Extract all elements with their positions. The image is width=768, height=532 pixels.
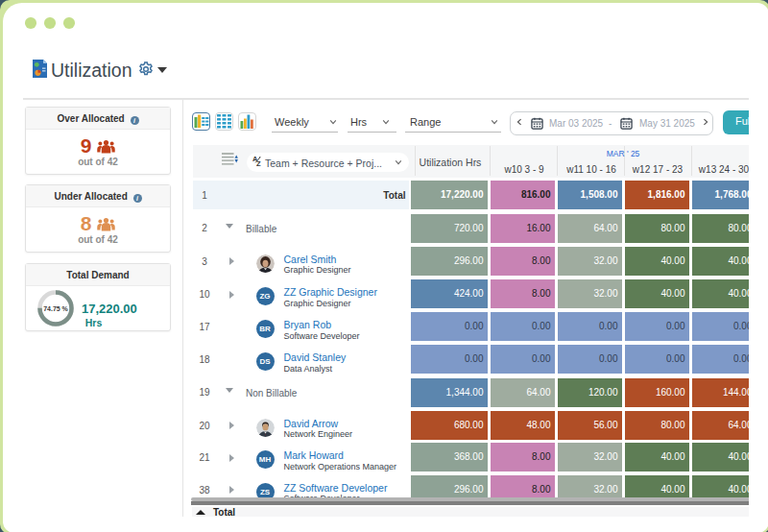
svg-text:74.75 %: 74.75 %	[43, 305, 68, 312]
